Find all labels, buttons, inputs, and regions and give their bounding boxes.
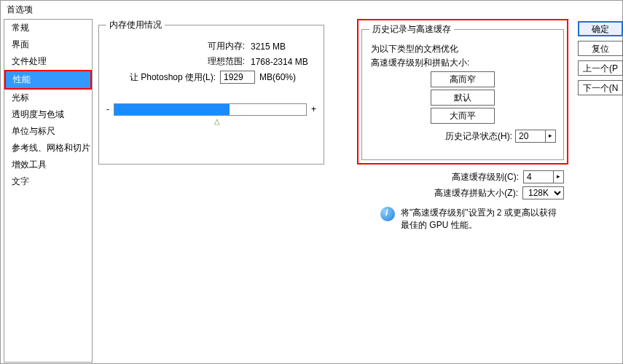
cache-level-input[interactable] [523, 170, 554, 183]
history-states-label: 历史记录状态(H): [445, 130, 512, 143]
slider-plus[interactable]: + [311, 104, 316, 114]
cache-hint: 将"高速缓存级别"设置为 2 或更高以获得最佳的 GPU 性能。 [401, 207, 561, 232]
cache-tile-select[interactable]: 128K [522, 186, 564, 199]
history-legend: 历史记录与高速缓存 [369, 23, 454, 36]
slider-handle-icon: △ [214, 117, 220, 125]
sidebar-item-file-handling[interactable]: 文件处理 [4, 53, 92, 70]
ps-use-label: 让 Photoshop 使用(L): [106, 71, 216, 84]
history-sub2: 高速缓存级别和拼贴大小: [371, 57, 556, 69]
ps-use-input[interactable] [220, 71, 255, 84]
performance-highlight: 性能 [4, 70, 92, 90]
big-flat-button[interactable]: 大而平 [431, 108, 495, 124]
avail-memory-label: 可用内存: [157, 40, 245, 52]
history-highlight: 历史记录与高速缓存 为以下类型的文档优化 高速缓存级别和拼贴大小: 高而窄 默认… [357, 19, 568, 165]
dialog-title: 首选项 [1, 1, 622, 19]
history-sub1: 为以下类型的文档优化 [371, 43, 556, 55]
cache-tile-label: 高速缓存拼贴大小(Z): [434, 187, 518, 199]
sidebar-item-guides[interactable]: 参考线、网格和切片 [4, 140, 92, 157]
avail-memory-value: 3215 MB [251, 41, 286, 52]
slider-minus[interactable]: - [106, 104, 109, 114]
cache-settings: 高速缓存级别(C): ▸ 高速缓存拼贴大小(Z): 128K 将"高速缓存级别"… [358, 167, 564, 232]
sidebar-item-performance[interactable]: 性能 [6, 71, 90, 88]
sidebar-item-transparency[interactable]: 透明度与色域 [4, 106, 92, 123]
stepper-arrow-icon[interactable]: ▸ [553, 170, 564, 183]
info-icon [380, 207, 395, 221]
sidebar-item-plugins[interactable]: 增效工具 [4, 157, 92, 173]
memory-slider[interactable]: △ [114, 103, 307, 116]
default-button[interactable]: 默认 [431, 90, 495, 106]
sidebar-item-interface[interactable]: 界面 [4, 36, 92, 53]
category-sidebar: 常规 界面 文件处理 性能 光标 透明度与色域 单位与标尺 参考线、网格和切片 … [4, 19, 93, 363]
sidebar-item-general[interactable]: 常规 [4, 20, 92, 36]
stepper-arrow-icon[interactable]: ▸ [545, 130, 556, 143]
sidebar-item-cursors[interactable]: 光标 [4, 90, 92, 106]
memory-legend: 内存使用情况 [106, 19, 165, 31]
sidebar-item-type[interactable]: 文字 [4, 173, 92, 190]
content-area: 内存使用情况 可用内存: 3215 MB 理想范围: 1768-2314 MB … [93, 19, 619, 363]
sidebar-item-units[interactable]: 单位与标尺 [4, 123, 92, 140]
history-states-input[interactable] [515, 130, 546, 143]
tall-thin-button[interactable]: 高而窄 [431, 71, 495, 87]
preferences-dialog: 首选项 确定 复位 上一个(P 下一个(N 常规 界面 文件处理 性能 光标 透… [0, 0, 623, 364]
memory-usage-group: 内存使用情况 可用内存: 3215 MB 理想范围: 1768-2314 MB … [98, 19, 324, 165]
ideal-range-value: 1768-2314 MB [251, 57, 308, 67]
ps-use-suffix: MB(60%) [259, 72, 296, 82]
cache-level-label: 高速缓存级别(C): [452, 171, 519, 183]
ideal-range-label: 理想范围: [157, 55, 245, 68]
history-cache-group: 历史记录与高速缓存 为以下类型的文档优化 高速缓存级别和拼贴大小: 高而窄 默认… [361, 23, 564, 160]
